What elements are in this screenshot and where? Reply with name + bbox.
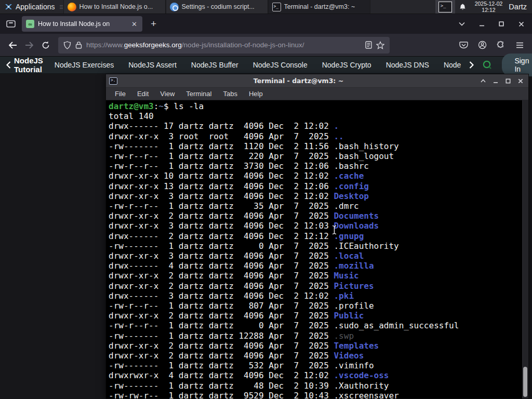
signin-button[interactable]: Sign In <box>502 54 532 76</box>
back-button[interactable] <box>4 37 21 54</box>
nav-item[interactable]: NodeJS Crypto <box>315 61 379 69</box>
nav-back-label: NodeJS Tutorial <box>14 56 43 74</box>
nav-item[interactable]: NodeJS Buffer <box>184 61 246 69</box>
gfg-favicon: ∞ <box>26 20 34 28</box>
terminal-window: Terminal - dartz@vm3: ~ FileEditViewTerm… <box>105 74 529 399</box>
terminal-line: drwxr-xr-x 2 dartz dartz 4096 Apr 7 2025… <box>109 351 521 361</box>
nav-back-tutorial[interactable]: NodeJS Tutorial <box>5 56 47 74</box>
terminal-launcher[interactable] <box>435 0 455 14</box>
panel-clock[interactable]: 2025-12-02 12:12 <box>471 0 507 14</box>
new-tab-button[interactable]: + <box>148 18 159 30</box>
user-menu[interactable]: Dartz <box>507 0 532 14</box>
panel-tasklist: How to Install Node.js o...Settings - co… <box>63 0 370 14</box>
clock-date: 2025-12-02 <box>475 1 503 7</box>
scrollbar-thumb[interactable] <box>523 367 527 397</box>
terminal-titlebar[interactable]: Terminal - dartz@vm3: ~ <box>106 74 528 88</box>
terminal-close-button[interactable] <box>517 77 524 85</box>
forward-button[interactable] <box>21 37 37 54</box>
terminal-line: drwxr-xr-x 2 dartz dartz 4096 Apr 7 2025… <box>109 271 521 281</box>
menu-terminal[interactable]: Terminal <box>180 90 217 98</box>
nav-item[interactable]: NodeJS DNS <box>379 61 436 69</box>
terminal-scrollbar[interactable] <box>522 100 528 398</box>
extensions-icon[interactable] <box>493 37 509 54</box>
applications-menu[interactable]: Applications <box>0 0 59 14</box>
terminal-line: drwxr-xr-x 2 dartz dartz 4096 Apr 7 2025… <box>109 311 521 321</box>
terminal-line: -rw-r--r-- 1 dartz dartz 220 Apr 7 2025 … <box>109 151 521 161</box>
tab-active[interactable]: ∞ How to Install Node.js on ✕ <box>22 16 142 32</box>
nav-scroll-right[interactable] <box>468 61 475 69</box>
tasklist-handle <box>59 0 63 14</box>
notifications-indicator[interactable] <box>455 0 471 14</box>
taskbar-window-terminal[interactable]: Terminal - dartz@vm3: ~ <box>268 0 370 14</box>
taskbar-window-label: Settings - codium script... <box>182 3 255 10</box>
browser-toolbar: https://www.geeksforgeeks.org/node-js/in… <box>0 34 532 57</box>
terminal-line: drwx------ 2 dartz dartz 4096 Dec 2 12:1… <box>109 231 521 241</box>
menu-file[interactable]: File <box>109 90 131 98</box>
terminal-line: drwxr-xr-x 2 dartz dartz 4096 Apr 7 2025… <box>109 211 521 221</box>
terminal-line: drwxr-xr-x 3 dartz dartz 4096 Apr 7 2025… <box>109 251 521 261</box>
bookmark-star-icon[interactable] <box>376 41 384 49</box>
chevron-left-icon <box>6 61 11 69</box>
lock-icon[interactable] <box>75 41 82 49</box>
terminal-icon <box>438 2 452 12</box>
terminal-line: -rw------- 1 dartz dartz 0 Apr 7 2025 .I… <box>109 241 521 251</box>
site-search-button[interactable] <box>482 58 493 72</box>
bell-icon <box>459 3 467 11</box>
menu-edit[interactable]: Edit <box>131 90 154 98</box>
window-close-button[interactable] <box>513 17 529 31</box>
mouse-ibeam-cursor <box>331 225 337 235</box>
terminal-line: total 140 <box>109 111 521 121</box>
terminal-line: -rw------- 1 dartz dartz 532 Apr 7 2025 … <box>109 361 521 370</box>
reload-button[interactable] <box>37 37 54 54</box>
terminal-line: -rw-rw-r-- 1 dartz dartz 9529 Dec 2 10:4… <box>109 391 521 398</box>
terminal-line: drwxr-xr-x 3 root root 4096 Apr 7 2025 .… <box>109 131 521 141</box>
terminal-title: Terminal - dartz@vm3: ~ <box>117 77 480 85</box>
terminal-line: drwxr-xr-x 13 dartz dartz 4096 Dec 2 12:… <box>109 181 521 191</box>
nav-item[interactable]: NodeJS Console <box>246 61 315 69</box>
terminal-line: -rw------- 1 dartz dartz 12288 Apr 7 202… <box>109 331 521 341</box>
terminal-line: drwx------ 17 dartz dartz 4096 Dec 2 12:… <box>109 121 521 131</box>
nav-item[interactable]: NodeJS Assert <box>121 61 184 69</box>
terminal-body[interactable]: dartz@vm3:~$ ls -latotal 140drwx------ 1… <box>106 100 528 398</box>
terminal-minimize-button[interactable] <box>492 77 499 85</box>
tab-bar: ∞ How to Install Node.js on ✕ + <box>0 14 532 34</box>
terminal-line: drwx------ 3 dartz dartz 4096 Dec 2 12:0… <box>109 291 521 301</box>
terminal-maximize-button[interactable] <box>504 77 512 85</box>
app-menu-icon[interactable] <box>511 37 528 54</box>
window-minimize-button[interactable] <box>474 17 489 31</box>
applications-label: Applications <box>16 3 55 11</box>
settings-icon <box>170 3 179 11</box>
terminal-line: drwxr-xr-x 2 dartz dartz 4096 Apr 7 2025… <box>109 341 521 351</box>
taskbar-window-firefox[interactable]: How to Install Node.js o... <box>63 0 166 14</box>
url-scheme: https://www. <box>86 41 124 49</box>
taskbar-window-label: How to Install Node.js o... <box>79 3 153 10</box>
terminal-line: drwxr-xr-x 3 dartz dartz 4096 Dec 2 12:0… <box>109 221 521 231</box>
menu-help[interactable]: Help <box>243 90 269 98</box>
terminal-shade-button[interactable] <box>480 77 487 85</box>
menu-view[interactable]: View <box>154 90 180 98</box>
nav-item[interactable]: NodeJS Exercises <box>47 61 121 69</box>
nav-item[interactable]: Node <box>436 61 468 69</box>
pocket-icon[interactable] <box>455 37 472 54</box>
taskbar-window-settings[interactable]: Settings - codium script... <box>166 0 268 14</box>
terminal-line: -rw------- 1 dartz dartz 1120 Dec 2 11:5… <box>109 141 521 151</box>
window-maximize-button[interactable] <box>494 17 509 31</box>
terminal-line: -rw-r--r-- 1 dartz dartz 3730 Dec 2 12:0… <box>109 161 521 171</box>
tab-title: How to Install Node.js on <box>38 20 127 28</box>
list-tabs-button[interactable] <box>454 17 470 31</box>
terminal-menubar: FileEditViewTerminalTabsHelp <box>106 88 528 100</box>
url-path: /node-js/installation-of-node-js-on-linu… <box>182 41 304 49</box>
tab-close-icon[interactable]: ✕ <box>130 20 138 28</box>
account-icon[interactable] <box>474 37 490 54</box>
menu-tabs[interactable]: Tabs <box>217 90 243 98</box>
tracking-shield-icon[interactable] <box>63 41 71 49</box>
distro-logo-icon <box>4 3 12 11</box>
reader-mode-icon[interactable] <box>365 41 372 49</box>
terminal-icon <box>272 3 281 11</box>
url-text[interactable]: https://www.geeksforgeeks.org/node-js/in… <box>86 41 361 49</box>
firefox-view-button[interactable] <box>3 17 19 31</box>
terminal-line: -rw-r--r-- 1 dartz dartz 807 Apr 7 2025 … <box>109 301 521 311</box>
terminal-line: drwxrwxr-x 4 dartz dartz 4096 Dec 2 12:0… <box>109 370 521 380</box>
url-bar[interactable]: https://www.geeksforgeeks.org/node-js/in… <box>58 37 390 54</box>
terminal-line: drwx------ 4 dartz dartz 4096 Apr 7 2025… <box>109 261 521 271</box>
